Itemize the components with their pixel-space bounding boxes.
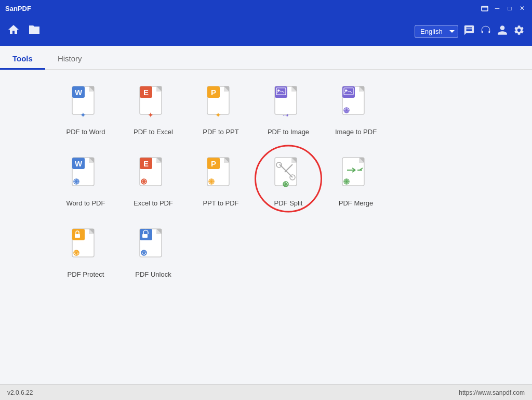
svg-text:✦: ✦ bbox=[148, 111, 154, 119]
tool-label-excel-to-pdf: Excel to PDF bbox=[134, 199, 173, 207]
tool-pdf-to-word[interactable]: W ✦ PDF to Word bbox=[52, 80, 119, 141]
tools-row-1: W ✦ PDF to Word E ✦ PDF to Excel bbox=[52, 80, 480, 141]
svg-text:P: P bbox=[211, 88, 216, 97]
tool-label-pdf-unlock: PDF Unlock bbox=[135, 270, 171, 278]
website-label: https://www.sanpdf.com bbox=[459, 389, 525, 396]
tool-label-pdf-protect: PDF Protect bbox=[68, 270, 104, 278]
svg-text:W: W bbox=[75, 88, 83, 97]
window-icon bbox=[480, 4, 489, 13]
minimize-button[interactable]: ─ bbox=[493, 4, 502, 13]
tool-label-pdf-to-word: PDF to Word bbox=[66, 128, 105, 136]
tool-pdf-merge[interactable]: PDF Merge bbox=[322, 151, 390, 212]
tool-label-pdf-to-image: PDF to Image bbox=[268, 128, 309, 136]
tab-tools[interactable]: Tools bbox=[0, 49, 45, 70]
headset-icon[interactable] bbox=[480, 24, 491, 38]
svg-text:E: E bbox=[143, 88, 149, 97]
toolbar: English Chinese French bbox=[0, 17, 532, 46]
tool-label-word-to-pdf: Word to PDF bbox=[66, 199, 105, 207]
svg-text:✦: ✦ bbox=[215, 111, 221, 119]
statusbar: v2.0.6.22 https://www.sanpdf.com bbox=[0, 384, 532, 400]
tool-pdf-to-ppt[interactable]: P ✦ PDF to PPT bbox=[187, 80, 255, 141]
svg-text:✦: ✦ bbox=[80, 111, 86, 119]
tool-label-pdf-merge: PDF Merge bbox=[339, 199, 373, 207]
titlebar: SanPDF ─ □ ✕ bbox=[0, 0, 532, 17]
tool-pdf-unlock[interactable]: PDF Unlock bbox=[119, 223, 187, 283]
tool-pdf-to-excel[interactable]: E ✦ PDF to Excel bbox=[119, 80, 187, 141]
language-select[interactable]: English Chinese French bbox=[415, 25, 458, 38]
tool-excel-to-pdf[interactable]: E Excel to PDF bbox=[119, 151, 187, 212]
tool-pdf-protect[interactable]: PDF Protect bbox=[52, 223, 119, 283]
svg-rect-107 bbox=[142, 234, 148, 238]
tool-label-pdf-to-excel: PDF to Excel bbox=[134, 128, 173, 136]
folder-icon[interactable] bbox=[28, 23, 41, 39]
tab-history[interactable]: History bbox=[45, 49, 95, 70]
svg-text:P: P bbox=[211, 159, 216, 168]
tool-label-ppt-to-pdf: PPT to PDF bbox=[203, 199, 238, 207]
svg-rect-1 bbox=[482, 6, 488, 8]
tool-label-pdf-to-ppt: PDF to PPT bbox=[203, 128, 238, 136]
tool-ppt-to-pdf[interactable]: P PPT to PDF bbox=[187, 151, 255, 212]
tool-label-image-to-pdf: Image to PDF bbox=[335, 128, 377, 136]
tool-pdf-split[interactable]: PDF Split bbox=[255, 151, 322, 212]
settings-icon[interactable] bbox=[513, 24, 525, 38]
version-label: v2.0.6.22 bbox=[7, 389, 33, 396]
app-title: SanPDF bbox=[5, 5, 31, 12]
maximize-button[interactable]: □ bbox=[505, 4, 514, 13]
user-icon[interactable] bbox=[497, 24, 508, 38]
tools-row-2: W Word to PDF bbox=[52, 151, 480, 212]
tool-pdf-to-image[interactable]: ⇢ PDF to Image bbox=[255, 80, 322, 141]
close-button[interactable]: ✕ bbox=[517, 4, 527, 13]
svg-text:E: E bbox=[143, 159, 149, 168]
home-icon[interactable] bbox=[7, 23, 20, 39]
svg-text:W: W bbox=[75, 159, 83, 168]
tool-word-to-pdf[interactable]: W Word to PDF bbox=[52, 151, 119, 212]
main-content: W ✦ PDF to Word E ✦ PDF to Excel bbox=[0, 70, 532, 384]
chat-icon[interactable] bbox=[463, 24, 475, 38]
svg-rect-97 bbox=[75, 234, 80, 238]
tabs-bar: Tools History bbox=[0, 46, 532, 70]
tools-row-3: PDF Protect bbox=[52, 223, 480, 283]
tool-label-pdf-split: PDF Split bbox=[274, 199, 303, 207]
tool-image-to-pdf[interactable]: Image to PDF bbox=[322, 80, 390, 141]
svg-text:⇢: ⇢ bbox=[283, 111, 289, 119]
